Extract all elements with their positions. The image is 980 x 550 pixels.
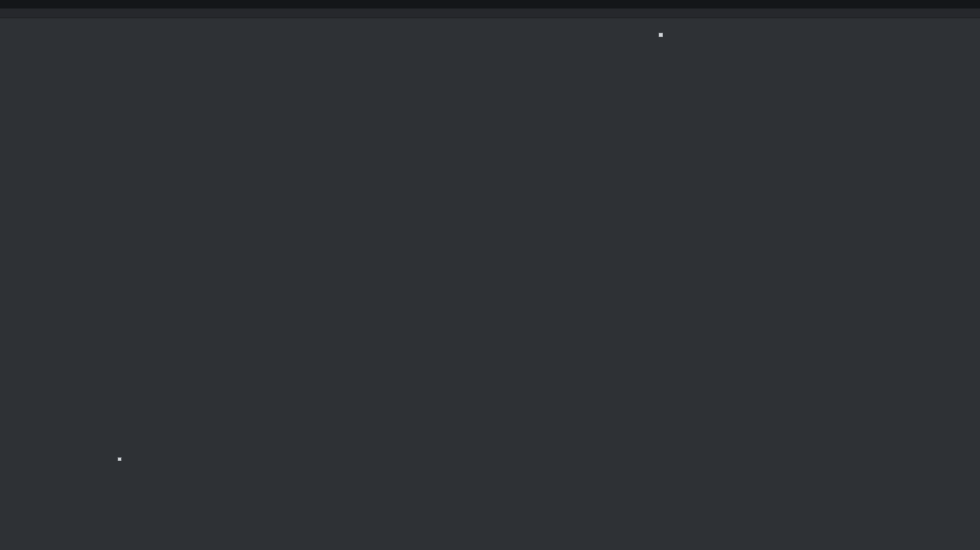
cable-layer xyxy=(0,0,980,550)
eurorack-title xyxy=(123,455,132,465)
window-title xyxy=(0,0,980,8)
menu-bar xyxy=(0,8,980,18)
bullet-square-icon xyxy=(659,33,663,37)
bullet-square-icon xyxy=(118,457,122,461)
